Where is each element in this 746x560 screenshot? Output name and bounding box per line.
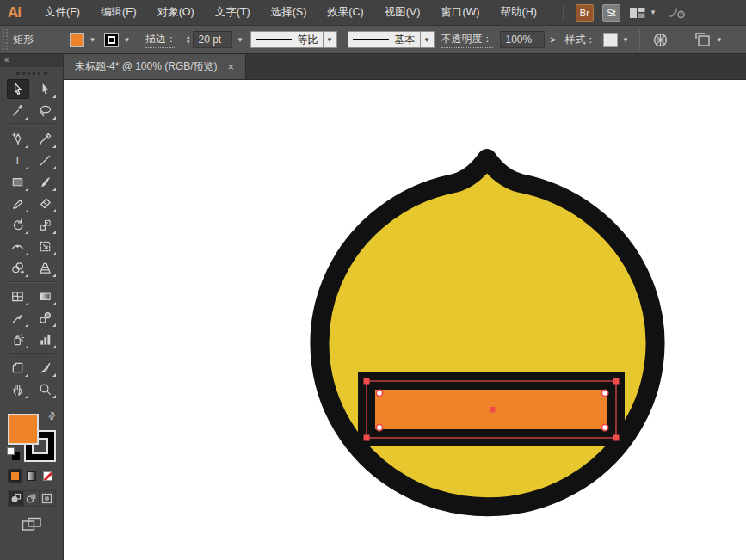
width-tool[interactable] (7, 237, 29, 256)
mesh-tool[interactable] (7, 286, 29, 306)
perspective-grid-tool[interactable] (34, 258, 57, 278)
rotate-tool[interactable] (7, 215, 29, 235)
blend-tool[interactable] (34, 308, 57, 328)
stroke-weight-label[interactable]: 描边： (145, 32, 176, 48)
pen-tool[interactable] (7, 129, 29, 149)
lasso-tool[interactable] (34, 101, 57, 120)
style-swatch[interactable] (603, 33, 618, 47)
draw-normal-button[interactable] (9, 491, 24, 506)
scale-tool[interactable] (34, 215, 57, 235)
divider (9, 124, 55, 126)
canvas[interactable] (64, 80, 746, 560)
column-graph-tool[interactable] (34, 329, 57, 349)
stroke-color-swatch[interactable] (104, 33, 119, 47)
selection-tool[interactable] (7, 79, 29, 99)
color-button[interactable] (8, 469, 22, 483)
menu-window[interactable]: 窗口(W) (430, 0, 490, 26)
selection-handle-top-right[interactable] (613, 378, 620, 385)
corner-widget-top-right[interactable] (601, 390, 607, 396)
style-dropdown[interactable]: ▾ (620, 32, 632, 48)
width-profile-value: 等比 (298, 33, 318, 47)
tool-grid: T (7, 78, 57, 400)
bridge-button[interactable]: Br (576, 4, 594, 22)
default-fill-stroke-icon[interactable] (7, 447, 20, 460)
gradient-tool[interactable] (34, 286, 57, 306)
type-tool[interactable]: T (7, 151, 29, 170)
menu-view[interactable]: 视图(V) (374, 0, 431, 26)
opacity-label[interactable]: 不透明度： (441, 32, 493, 48)
draw-inside-button[interactable] (40, 491, 54, 506)
menu-file[interactable]: 文件(F) (34, 0, 90, 26)
free-transform-tool[interactable] (34, 237, 57, 256)
selection-center-point[interactable] (490, 407, 496, 413)
fill-stroke-proxy: ⇄ (7, 410, 57, 462)
brush-definition-select[interactable]: 基本 (348, 31, 421, 48)
cs-live-icon[interactable] (667, 5, 686, 20)
control-bar: 矩形 ▾ ▾ 描边： ▴▾ 20 pt ▾ 等比 ▾ 基本 ▾ 不透明度： 10… (0, 26, 746, 54)
paintbrush-tool[interactable] (34, 172, 57, 192)
selection-handle-bottom-left[interactable] (364, 435, 370, 441)
hand-tool[interactable] (7, 379, 29, 399)
none-button[interactable] (40, 469, 55, 483)
eyedropper-tool[interactable] (7, 308, 29, 328)
width-profile-chevron[interactable]: ▾ (324, 31, 337, 48)
zoom-tool[interactable] (34, 379, 57, 399)
lemon-shape[interactable] (319, 158, 655, 507)
stroke-weight-field[interactable]: 20 pt (193, 31, 232, 48)
screen-mode-button[interactable] (22, 517, 42, 532)
stroke-weight-dropdown[interactable]: ▾ (234, 32, 247, 48)
brush-definition-line (353, 39, 389, 40)
close-tab-icon[interactable]: × (228, 61, 235, 72)
corner-widget-bottom-left[interactable] (376, 424, 382, 430)
menu-select[interactable]: 选择(S) (261, 0, 318, 26)
brush-definition-value: 基本 (395, 33, 416, 47)
corner-widget-bottom-right[interactable] (601, 424, 607, 430)
stroke-color-dropdown[interactable]: ▾ (104, 32, 133, 48)
direct-selection-tool[interactable] (34, 79, 57, 99)
width-profile-select[interactable]: 等比 (250, 31, 324, 48)
symbol-sprayer-tool[interactable] (7, 329, 29, 349)
stock-button[interactable]: St (602, 4, 620, 22)
arrange-documents-icon[interactable]: ▾ (694, 32, 722, 47)
menu-type[interactable]: 文字(T) (205, 0, 261, 26)
gradient-button[interactable] (24, 469, 39, 483)
curvature-tool[interactable] (34, 129, 57, 149)
menu-edit[interactable]: 编辑(E) (90, 0, 147, 26)
opacity-expand-button[interactable]: > (546, 31, 560, 48)
magic-wand-tool[interactable] (7, 101, 29, 120)
line-segment-tool[interactable] (34, 151, 57, 170)
rectangle-tool[interactable] (7, 172, 29, 192)
swap-fill-stroke-icon[interactable]: ⇄ (46, 409, 59, 423)
stroke-weight-stepper[interactable]: ▴▾ (187, 34, 190, 45)
selection-handle-bottom-right[interactable] (613, 435, 620, 441)
divider (563, 5, 564, 21)
brush-definition-chevron[interactable]: ▾ (421, 31, 435, 48)
slice-tool[interactable] (34, 358, 57, 378)
menu-help[interactable]: 帮助(H) (490, 0, 547, 26)
divider (9, 353, 55, 354)
fill-color-dropdown[interactable]: ▾ (70, 32, 99, 48)
divider (681, 29, 681, 50)
toolbar-collapse-button[interactable]: « (0, 54, 63, 67)
workspace-switcher-icon[interactable]: ▾ (629, 7, 656, 19)
fill-color-swatch[interactable] (70, 33, 84, 47)
menu-effect[interactable]: 效果(C) (317, 0, 373, 26)
menu-object[interactable]: 对象(O) (147, 0, 205, 26)
artboard-tool[interactable] (7, 358, 29, 378)
document-tab[interactable]: 未标题-4* @ 100% (RGB/预览) × (64, 54, 246, 79)
recolor-artwork-icon[interactable] (652, 32, 669, 48)
eraser-tool[interactable] (34, 194, 57, 213)
selection-handle-top-left[interactable] (364, 378, 370, 385)
fill-proxy[interactable] (8, 414, 39, 445)
panel-grip[interactable] (3, 29, 8, 50)
width-profile-line (256, 39, 292, 40)
document-tab-bar: 未标题-4* @ 100% (RGB/预览) × (64, 54, 746, 80)
toolbar-grip[interactable] (16, 72, 47, 75)
shape-builder-tool[interactable] (7, 258, 29, 278)
draw-behind-button[interactable] (24, 491, 40, 506)
pencil-tool[interactable] (7, 194, 29, 213)
tools-panel: « T (0, 54, 64, 560)
document-title: 未标题-4* @ 100% (RGB/预览) (75, 59, 218, 74)
opacity-field[interactable]: 100% (500, 31, 545, 48)
corner-widget-top-left[interactable] (376, 390, 382, 396)
